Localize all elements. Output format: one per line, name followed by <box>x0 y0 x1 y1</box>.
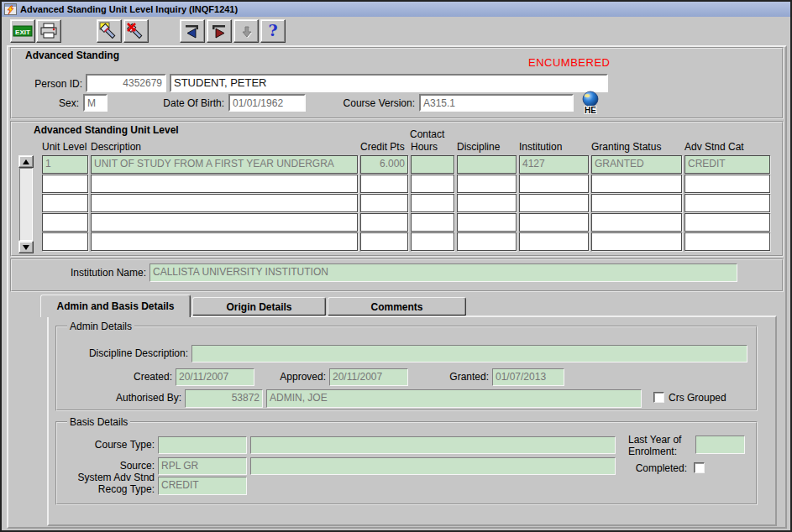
printer-icon <box>39 23 58 39</box>
course-version-label: Course Version: <box>336 97 415 109</box>
authorised-by-label: Authorised By: <box>96 392 181 404</box>
section-title-unit-level: Advanced Standing Unit Level <box>34 124 179 136</box>
scroll-down-button[interactable] <box>233 19 259 43</box>
crs-grouped-label: Crs Grouped <box>669 392 726 404</box>
cell-description[interactable] <box>91 194 358 212</box>
cell-adv-stnd-cat[interactable] <box>684 194 770 212</box>
cell-contact-hours[interactable] <box>411 194 454 212</box>
cell-unit-level[interactable]: 1 <box>42 155 88 174</box>
granted-field[interactable]: 01/07/2013 <box>492 368 564 386</box>
last-year-of-enrolment-field[interactable] <box>695 436 745 454</box>
crs-grouped-checkbox[interactable] <box>653 392 664 403</box>
authorised-by-id-field[interactable]: 53872 <box>185 389 263 408</box>
cell-granting-status[interactable] <box>591 213 682 232</box>
help-icon: ? <box>266 21 280 41</box>
cell-credit-pts[interactable]: 6.000 <box>360 155 408 174</box>
source-code-field[interactable]: RPL GR <box>158 457 247 475</box>
cell-granting-status[interactable] <box>591 232 682 251</box>
column-header-discipline: Discipline <box>457 141 517 153</box>
granted-label: Granted: <box>438 371 489 383</box>
window-title: Advanced Standing Unit Level Inquiry (IN… <box>20 4 238 14</box>
print-button[interactable] <box>36 19 61 43</box>
cell-contact-hours[interactable] <box>411 213 454 232</box>
svg-text:HE: HE <box>585 106 596 115</box>
column-header-contact-hours: Hours <box>411 141 454 153</box>
cell-contact-hours[interactable] <box>411 155 454 174</box>
cell-credit-pts[interactable] <box>360 194 408 212</box>
tab-origin-details[interactable]: Origin Details <box>192 297 326 316</box>
cell-unit-level[interactable] <box>42 213 88 232</box>
discipline-description-field[interactable] <box>191 345 747 362</box>
date-of-birth-field[interactable]: 01/01/1962 <box>228 94 306 112</box>
table-row: 1 UNIT OF STUDY FROM A FIRST YEAR UNDERG… <box>42 155 770 174</box>
scrollbar-up-button[interactable] <box>18 155 34 168</box>
authorised-by-name-field[interactable]: ADMIN, JOE <box>266 389 642 408</box>
cell-granting-status[interactable] <box>591 194 682 212</box>
cell-granting-status[interactable] <box>591 175 682 193</box>
cell-institution[interactable] <box>519 175 589 193</box>
table-header-row: Unit Level Description Credit Pts Hours … <box>42 141 770 153</box>
cell-description[interactable] <box>91 175 358 193</box>
cell-granting-status[interactable]: GRANTED <box>591 155 682 174</box>
cell-unit-level[interactable] <box>42 194 88 212</box>
cell-institution[interactable]: 4127 <box>519 155 589 174</box>
he-globe-icon[interactable]: HE <box>580 91 601 115</box>
cell-adv-stnd-cat[interactable] <box>684 232 770 251</box>
help-button[interactable]: ? <box>260 19 286 43</box>
system-adv-stnd-recog-type-label: System Adv Stnd Recog Type: <box>50 472 155 495</box>
completed-checkbox[interactable] <box>694 462 705 473</box>
cell-unit-level[interactable] <box>42 232 88 251</box>
cell-discipline[interactable] <box>457 175 517 193</box>
exit-button[interactable]: EXIT <box>10 19 35 43</box>
previous-block-button[interactable] <box>180 19 205 43</box>
cell-credit-pts[interactable] <box>360 175 408 193</box>
cell-description[interactable]: UNIT OF STUDY FROM A FIRST YEAR UNDERGRA <box>91 155 358 174</box>
next-block-button[interactable] <box>207 19 232 43</box>
cell-credit-pts[interactable] <box>360 232 408 251</box>
table-row <box>42 232 770 251</box>
person-id-label: Person ID: <box>17 78 82 90</box>
course-type-desc-field[interactable] <box>250 436 616 454</box>
cell-description[interactable] <box>91 213 358 232</box>
course-version-field[interactable]: A315.1 <box>419 94 574 112</box>
cell-institution[interactable] <box>519 232 589 251</box>
cell-institution[interactable] <box>519 213 589 232</box>
cell-adv-stnd-cat[interactable]: CREDIT <box>684 155 770 174</box>
sex-field[interactable]: M <box>83 94 108 112</box>
cell-discipline[interactable] <box>457 194 517 212</box>
cell-description[interactable] <box>91 232 358 251</box>
created-field[interactable]: 20/11/2007 <box>176 368 254 386</box>
cell-unit-level[interactable] <box>42 175 88 193</box>
cell-adv-stnd-cat[interactable] <box>684 175 770 193</box>
tab-admin-and-basis-details[interactable]: Admin and Basis Details <box>40 295 191 317</box>
column-header-unit-level: Unit Level <box>42 141 88 153</box>
completed-label: Completed: <box>620 462 687 474</box>
table-row <box>42 213 770 232</box>
sex-label: Sex: <box>37 97 79 109</box>
course-type-code-field[interactable] <box>158 436 247 454</box>
scrollbar-track[interactable] <box>19 168 33 241</box>
section-title-advanced-standing: Advanced Standing <box>25 50 119 61</box>
system-adv-stnd-recog-type-field[interactable]: CREDIT <box>158 477 247 495</box>
cell-adv-stnd-cat[interactable] <box>684 213 770 232</box>
cell-institution[interactable] <box>519 194 589 212</box>
person-name-field[interactable]: STUDENT, PETER <box>170 74 608 92</box>
approved-field[interactable]: 20/11/2007 <box>329 368 408 386</box>
cell-credit-pts[interactable] <box>360 213 408 232</box>
cell-discipline[interactable] <box>457 232 517 251</box>
tab-comments[interactable]: Comments <box>328 297 466 316</box>
institution-name-field[interactable]: CALLISTA UNIVERSITY INSTITUTION <box>149 263 737 282</box>
admin-details-group-title: Admin Details <box>67 321 134 332</box>
triangle-up-icon <box>23 159 29 164</box>
cell-discipline[interactable] <box>457 155 517 174</box>
cancel-query-button[interactable] <box>123 19 149 43</box>
scrollbar-down-button[interactable] <box>18 241 34 253</box>
cell-discipline[interactable] <box>457 213 517 232</box>
person-id-field[interactable]: 4352679 <box>86 74 166 92</box>
enter-query-button[interactable] <box>97 19 122 43</box>
cell-contact-hours[interactable] <box>411 232 454 251</box>
cell-contact-hours[interactable] <box>411 175 454 193</box>
column-header-granting-status: Granting Status <box>591 141 682 153</box>
source-desc-field[interactable] <box>250 457 616 475</box>
table-scrollbar <box>18 155 34 253</box>
